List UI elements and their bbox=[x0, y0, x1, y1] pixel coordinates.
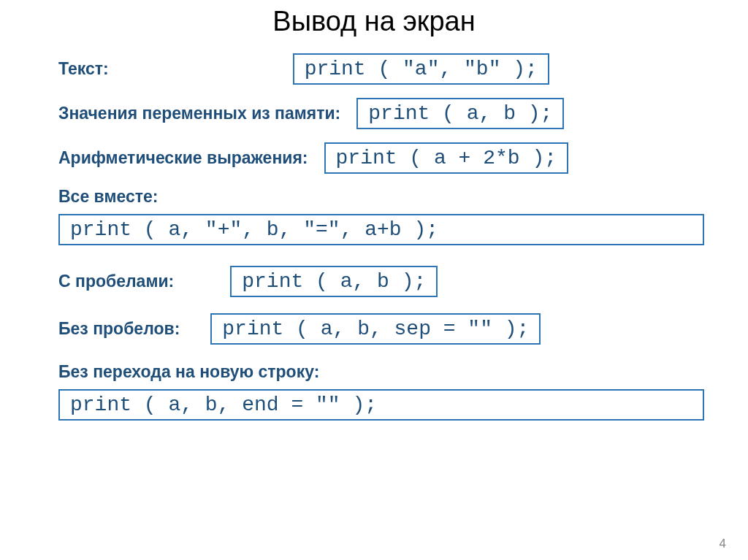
label-together: Все вместе: bbox=[58, 187, 695, 207]
row-arith: Арифметические выражения: print ( a + 2*… bbox=[58, 142, 704, 174]
code-arith: print ( a + 2*b ); bbox=[324, 142, 568, 174]
code-text: print ( "a", "b" ); bbox=[293, 53, 549, 85]
row-nonewline: Без перехода на новую строку: print ( a,… bbox=[58, 362, 704, 421]
row-text: Текст: print ( "a", "b" ); bbox=[58, 53, 704, 85]
label-text: Текст: bbox=[58, 59, 109, 79]
label-vars: Значения переменных из памяти: bbox=[58, 104, 340, 123]
page-number: 4 bbox=[720, 537, 726, 551]
label-nonewline: Без перехода на новую строку: bbox=[58, 362, 695, 382]
label-arith: Арифметические выражения: bbox=[58, 148, 308, 168]
label-nospaces: Без пробелов: bbox=[58, 319, 180, 339]
code-vars: print ( a, b ); bbox=[356, 98, 564, 129]
row-spaces: С пробелами: print ( a, b ); bbox=[58, 266, 704, 297]
code-nospaces: print ( a, b, sep = "" ); bbox=[210, 313, 541, 345]
row-vars: Значения переменных из памяти: print ( a… bbox=[58, 98, 704, 129]
code-together: print ( a, "+", b, "=", a+b ); bbox=[58, 214, 704, 245]
label-spaces: С пробелами: bbox=[58, 272, 174, 291]
code-nonewline: print ( a, b, end = "" ); bbox=[58, 389, 704, 421]
code-spaces: print ( a, b ); bbox=[230, 266, 438, 297]
slide-title: Вывод на экран bbox=[44, 6, 704, 37]
row-together: Все вместе: print ( a, "+", b, "=", a+b … bbox=[58, 187, 704, 245]
row-nospaces: Без пробелов: print ( a, b, sep = "" ); bbox=[58, 313, 704, 345]
